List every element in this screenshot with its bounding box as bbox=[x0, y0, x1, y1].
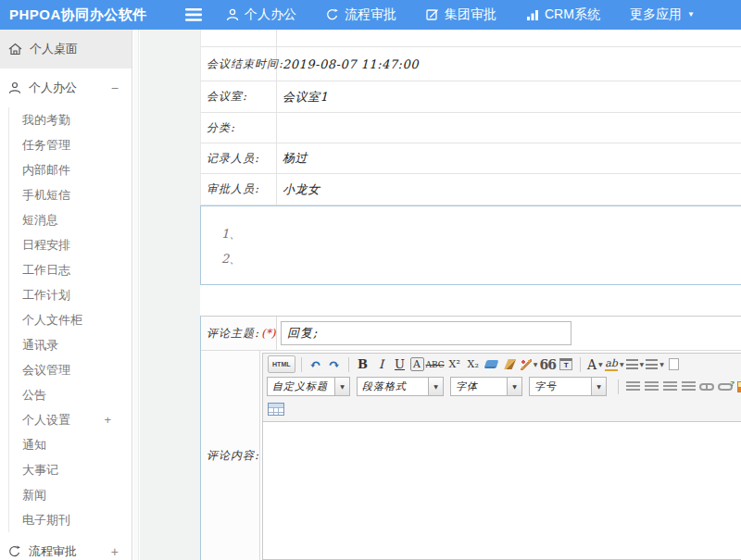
sidebar-item-label: 个人办公 bbox=[29, 80, 77, 96]
new-document-button[interactable] bbox=[666, 355, 683, 373]
chevron-down-icon: ▼ bbox=[687, 11, 695, 19]
align-justify-button[interactable] bbox=[680, 378, 697, 395]
remove-link-button[interactable] bbox=[717, 378, 734, 395]
font-size-dropdown[interactable]: 字号 ▼ bbox=[529, 377, 607, 396]
insert-image-button[interactable] bbox=[735, 378, 741, 395]
insert-table-button[interactable] bbox=[268, 400, 284, 417]
underline-button[interactable]: U bbox=[392, 355, 408, 373]
field-label: 会议室: bbox=[207, 89, 247, 105]
nav-group-approval[interactable]: 集团审批 bbox=[426, 6, 496, 23]
undo-icon[interactable]: ↶ bbox=[308, 355, 324, 373]
note-line: 1、 bbox=[221, 221, 741, 246]
sidebar-scrollbar[interactable] bbox=[133, 30, 139, 560]
redo-icon[interactable]: ↷ bbox=[326, 355, 343, 373]
sidebar-item-schedule[interactable]: 日程安排 bbox=[9, 232, 132, 257]
expand-icon[interactable]: + bbox=[104, 407, 111, 432]
expand-icon[interactable]: + bbox=[111, 544, 119, 559]
dropdown-value: 段落格式 bbox=[358, 378, 428, 395]
editor-toolbar-row3 bbox=[263, 398, 741, 419]
sidebar-item-e-journal[interactable]: 电子期刊 bbox=[9, 507, 132, 532]
paragraph-format-dropdown[interactable]: 段落格式 ▼ bbox=[357, 377, 444, 396]
comment-content-row: 评论内容: HTML ↶ ↷ B I U bbox=[201, 351, 741, 560]
clean-button[interactable] bbox=[502, 355, 519, 373]
sidebar-item-notice[interactable]: 通知 bbox=[9, 432, 132, 457]
sidebar-item-contacts[interactable]: 通讯录 bbox=[9, 332, 132, 357]
unordered-list-button[interactable]: ▼ bbox=[646, 355, 664, 373]
align-center-button[interactable] bbox=[643, 378, 659, 395]
sidebar-item-label: 公告 bbox=[22, 388, 46, 402]
subscript-button[interactable]: X₂ bbox=[465, 355, 482, 373]
font-color-button[interactable]: A▼ bbox=[586, 355, 603, 373]
nav-crm[interactable]: CRM系统 bbox=[526, 6, 600, 23]
chevron-down-icon: ▼ bbox=[591, 378, 606, 395]
nav-label: CRM系统 bbox=[545, 6, 600, 23]
table-row-recorder: 记录人员: 杨过 bbox=[200, 143, 741, 174]
menu-icon[interactable] bbox=[185, 8, 202, 21]
font-family-dropdown[interactable]: 字体 ▼ bbox=[450, 377, 522, 396]
nav-label: 更多应用 bbox=[630, 6, 682, 23]
font-color-a: A bbox=[587, 357, 597, 372]
process-icon bbox=[8, 545, 21, 558]
table-row-approver: 审批人员: 小龙女 bbox=[200, 174, 741, 205]
chevron-down-icon: ▼ bbox=[640, 361, 645, 367]
align-right-button[interactable] bbox=[661, 378, 678, 395]
nav-process-approval[interactable]: 流程审批 bbox=[326, 6, 396, 23]
field-label: 记录人员: bbox=[207, 151, 259, 167]
italic-button[interactable]: I bbox=[373, 355, 390, 373]
sidebar-item-internal-mail[interactable]: 内部邮件 bbox=[9, 157, 132, 182]
format-brush-button[interactable]: ▼ bbox=[521, 355, 538, 373]
paste-text-button[interactable]: T bbox=[558, 355, 574, 373]
table-row-meeting-end-time: 会议结束时间: 2019-08-07 11:47:00 bbox=[200, 47, 741, 81]
sidebar-item-meeting-management[interactable]: 会议管理 bbox=[9, 357, 132, 382]
top-navigation: 个人办公 流程审批 集团审批 CRM系统 更多应用 bbox=[226, 6, 695, 23]
align-left-icon bbox=[626, 381, 640, 392]
unlink-icon bbox=[718, 383, 733, 391]
sidebar-item-label: 工作计划 bbox=[22, 288, 70, 302]
sidebar-item-memorabilia[interactable]: 大事记 bbox=[9, 457, 132, 482]
comment-content-editor[interactable] bbox=[263, 421, 741, 559]
sidebar-item-my-attendance[interactable]: 我的考勤 bbox=[9, 107, 132, 132]
ordered-list-button[interactable]: ▼ bbox=[626, 355, 645, 373]
app-window: PHPOA协同办公软件 个人办公 流程审批 集团审批 bbox=[0, 0, 741, 560]
collapse-icon[interactable]: − bbox=[111, 81, 119, 95]
blockquote-button[interactable]: 66 bbox=[539, 355, 556, 373]
superscript-button[interactable]: X² bbox=[446, 355, 463, 373]
sidebar-item-personal-desktop[interactable]: 个人桌面 bbox=[0, 30, 132, 68]
table-row-category: 分类: bbox=[200, 113, 741, 143]
dropdown-value: 字号 bbox=[530, 378, 591, 395]
sidebar-item-personal-office[interactable]: 个人办公 − bbox=[0, 68, 132, 107]
html-source-button[interactable]: HTML bbox=[268, 355, 295, 373]
sidebar-item-news[interactable]: 新闻 bbox=[9, 482, 132, 507]
sidebar-item-task-management[interactable]: 任务管理 bbox=[9, 132, 132, 157]
meeting-notes-area: 1、 2、 bbox=[200, 205, 741, 285]
strikethrough-button[interactable]: ABC bbox=[426, 355, 445, 373]
remove-format-button[interactable] bbox=[484, 355, 500, 373]
sidebar-item-personal-files[interactable]: 个人文件柜 bbox=[9, 307, 132, 332]
sidebar-item-process-approval[interactable]: 流程审批 + bbox=[0, 532, 132, 560]
sidebar-item-label: 会议管理 bbox=[22, 363, 70, 377]
nav-more-apps[interactable]: 更多应用 ▼ bbox=[630, 6, 695, 23]
sidebar-item-label: 流程审批 bbox=[29, 543, 77, 560]
sidebar-item-work-log[interactable]: 工作日志 bbox=[9, 257, 132, 282]
highlight-button[interactable]: ab▼ bbox=[605, 355, 623, 373]
sidebar-item-announcement[interactable]: 公告 bbox=[9, 382, 132, 407]
bold-button[interactable]: B bbox=[355, 355, 371, 373]
sidebar-item-personal-settings[interactable]: 个人设置+ bbox=[9, 407, 132, 432]
border-text-button[interactable]: A bbox=[410, 357, 424, 371]
field-label: 会议结束时间: bbox=[207, 56, 283, 72]
custom-title-dropdown[interactable]: 自定义标题 ▼ bbox=[267, 377, 350, 396]
content-gutter bbox=[140, 30, 200, 560]
align-left-button[interactable] bbox=[624, 378, 641, 395]
comment-content-label: 评论内容: bbox=[207, 448, 259, 464]
align-justify-icon bbox=[682, 381, 696, 392]
sidebar-item-label: 任务管理 bbox=[22, 138, 70, 152]
sidebar-item-sms[interactable]: 手机短信 bbox=[9, 182, 132, 207]
link-icon bbox=[699, 383, 714, 391]
chevron-down-icon: ▼ bbox=[659, 361, 664, 367]
nav-personal-office[interactable]: 个人办公 bbox=[226, 6, 296, 23]
sidebar-item-work-plan[interactable]: 工作计划 bbox=[9, 282, 132, 307]
rich-text-editor: HTML ↶ ↷ B I U A ABC X² X₂ bbox=[262, 353, 741, 560]
comment-subject-input[interactable] bbox=[281, 321, 571, 345]
insert-link-button[interactable] bbox=[698, 378, 715, 395]
sidebar-item-short-message[interactable]: 短消息 bbox=[9, 207, 132, 232]
